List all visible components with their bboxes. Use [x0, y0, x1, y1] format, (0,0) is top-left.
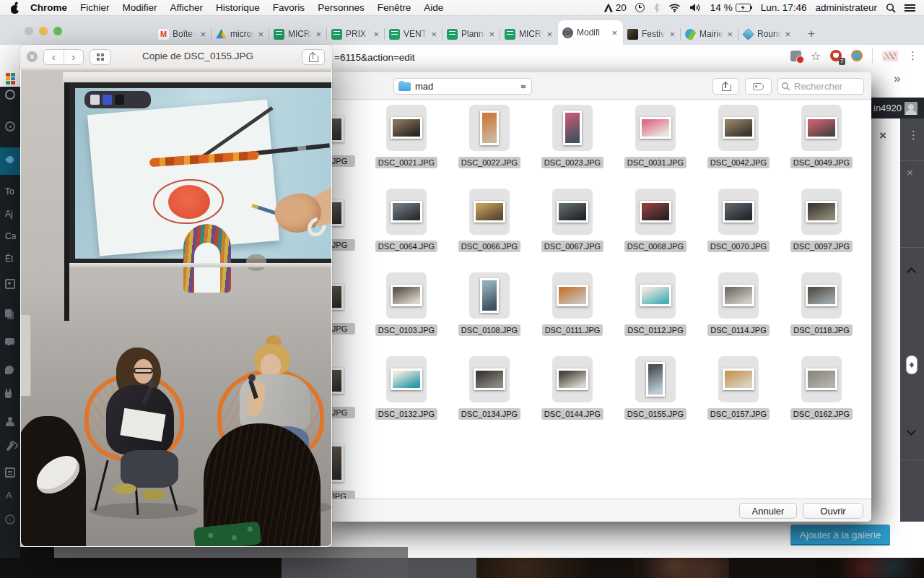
file-DSC_0144.JPG[interactable]: DSC_0144.JPG	[531, 356, 614, 420]
forward-button[interactable]: ›	[64, 50, 84, 64]
app-badge[interactable]: 20	[604, 2, 627, 13]
bluetooth-icon[interactable]	[653, 3, 660, 12]
file-DSC_0049.JPG[interactable]: DSC_0049.JPG	[780, 105, 863, 168]
tab-close-icon[interactable]: ×	[256, 29, 265, 40]
window-zoom-button[interactable]	[53, 27, 62, 35]
adblock-icon[interactable]: 7	[830, 50, 842, 61]
tab-7-sheets[interactable]: MICRO×	[500, 23, 558, 45]
extension-icon[interactable]	[790, 51, 801, 61]
google-apps-icon[interactable]	[6, 73, 17, 85]
window-minimize-button[interactable]	[39, 27, 48, 35]
tab-close-icon[interactable]: ×	[487, 29, 496, 40]
file-DSC_0111.JPG[interactable]: DSC_0111.JPG	[531, 272, 614, 336]
menu-fichier[interactable]: Fichier	[74, 2, 116, 13]
new-tab-button[interactable]: +	[802, 25, 821, 43]
tab-2-drive[interactable]: micros×	[212, 23, 269, 45]
file-DSC_0162.JPG[interactable]: DSC_0162.JPG	[780, 356, 863, 420]
wordpress-logo-icon[interactable]	[5, 90, 15, 100]
tab-6-sheets[interactable]: Planni×	[443, 23, 500, 45]
quicklook-close-button[interactable]: ×	[27, 51, 38, 62]
comments-icon[interactable]	[5, 338, 14, 345]
tab-1-gmail[interactable]: MBoîte d×	[154, 23, 212, 45]
file-DSC_0068.JPG[interactable]: DSC_0068.JPG	[614, 189, 697, 252]
modal-close-icon[interactable]: ×	[879, 129, 886, 143]
tab-close-icon[interactable]: ×	[545, 29, 554, 40]
file-DSC_0097.JPG[interactable]: DSC_0097.JPG	[780, 189, 863, 252]
pages-icon[interactable]	[5, 309, 12, 317]
file-DSC_0022.JPG[interactable]: DSC_0022.JPG	[448, 105, 531, 168]
number-stepper[interactable]	[906, 355, 918, 374]
file-DSC_0134.JPG[interactable]: DSC_0134.JPG	[448, 356, 531, 420]
media-icon[interactable]	[5, 279, 15, 289]
open-button[interactable]: Ouvrir	[803, 503, 863, 519]
avatar[interactable]	[905, 102, 918, 115]
file-DSC_0023.JPG[interactable]: DSC_0023.JPG	[531, 105, 614, 168]
file-DSC_0132.JPG[interactable]: DSC_0132.JPG	[365, 356, 448, 420]
globe-extension-icon[interactable]	[851, 50, 863, 61]
quicklook-share-button[interactable]	[302, 49, 325, 65]
notification-center-icon[interactable]	[905, 4, 915, 12]
file-DSC_0112.JPG[interactable]: DSC_0112.JPG	[614, 272, 697, 336]
window-close-button[interactable]	[25, 27, 33, 35]
wp-submenu-item[interactable]: Ét	[5, 254, 20, 264]
tab-10-mairie[interactable]: Mairie×	[681, 23, 738, 45]
menu-chrome[interactable]: Chrome	[24, 2, 74, 13]
file-DSC_0118.JPG[interactable]: DSC_0118.JPG	[780, 272, 863, 336]
file-DSC_0067.JPG[interactable]: DSC_0067.JPG	[531, 189, 614, 252]
tab-close-icon[interactable]: ×	[372, 29, 380, 40]
wifi-icon[interactable]	[668, 3, 681, 12]
file-DSC_0070.JPG[interactable]: DSC_0070.JPG	[697, 189, 780, 252]
tab-5-sheets[interactable]: VENTE×	[385, 23, 443, 45]
panel-menu-icon[interactable]: ⋮	[908, 129, 919, 142]
file-DSC_0066.JPG[interactable]: DSC_0066.JPG	[448, 189, 531, 252]
sidebar-plugin-letter[interactable]: A	[6, 490, 12, 501]
file-DSC_0108.JPG[interactable]: DSC_0108.JPG	[448, 272, 531, 336]
volume-icon[interactable]	[689, 3, 702, 12]
back-button[interactable]: ‹	[44, 50, 64, 64]
tab-close-icon[interactable]: ×	[314, 29, 323, 40]
menu-afficher[interactable]: Afficher	[164, 2, 210, 13]
menu-personnes[interactable]: Personnes	[311, 2, 371, 13]
file-DSC_0155.JPG[interactable]: DSC_0155.JPG	[614, 356, 697, 420]
wp-submenu-item[interactable]: Ca	[5, 231, 20, 241]
battery-status[interactable]: 14 %	[710, 2, 752, 13]
tab-close-icon[interactable]: ×	[610, 27, 619, 38]
collapse-menu-icon[interactable]: ‹	[5, 514, 15, 525]
menu-favoris[interactable]: Favoris	[266, 2, 311, 13]
tab-11-roundcube[interactable]: Round×	[738, 23, 796, 45]
tab-close-icon[interactable]: ×	[783, 29, 792, 40]
users-icon[interactable]	[8, 417, 12, 421]
add-to-gallery-button[interactable]: Ajouter à la galerie	[790, 525, 890, 545]
pirata-extension-icon[interactable]	[882, 51, 898, 61]
settings-icon[interactable]	[5, 467, 15, 478]
file-DSC_0114.JPG[interactable]: DSC_0114.JPG	[697, 272, 780, 336]
chevron-up-icon[interactable]	[907, 267, 916, 277]
wp-admin-username[interactable]: in4920	[873, 103, 902, 113]
tab-close-icon[interactable]: ×	[668, 29, 676, 40]
menu-bar-clock[interactable]: Lun. 17:46	[761, 2, 807, 13]
bookmarks-overflow-icon[interactable]: »	[894, 72, 900, 86]
omnibox-url[interactable]: =6115&action=edit	[334, 52, 415, 63]
tab-close-icon[interactable]: ×	[430, 29, 438, 40]
menu-historique[interactable]: Historique	[209, 2, 266, 13]
file-DSC_0064.JPG[interactable]: DSC_0064.JPG	[365, 189, 448, 252]
dashboard-icon[interactable]	[5, 121, 15, 131]
apple-menu-icon[interactable]	[10, 2, 19, 14]
tab-close-icon[interactable]: ×	[199, 29, 207, 40]
menu-aide[interactable]: Aide	[417, 2, 450, 13]
tab-4-sheets[interactable]: PRIX V×	[327, 23, 385, 45]
plugins-icon[interactable]	[5, 392, 12, 398]
file-DSC_0157.JPG[interactable]: DSC_0157.JPG	[697, 356, 780, 420]
file-DSC_0031.JPG[interactable]: DSC_0031.JPG	[614, 105, 697, 168]
tab-3-sheets[interactable]: MICRO×	[269, 23, 327, 45]
time-machine-icon[interactable]	[635, 3, 645, 12]
tab-9-festival[interactable]: Festiva×	[623, 23, 681, 45]
file-DSC_0021.JPG[interactable]: DSC_0021.JPG	[365, 105, 448, 168]
browser-menu-icon[interactable]: ⋮	[907, 49, 918, 62]
bookmark-star-icon[interactable]: ☆	[811, 49, 821, 63]
file-DSC_0103.JPG[interactable]: DSC_0103.JPG	[365, 272, 448, 336]
fast-user-switch[interactable]: administrateur	[815, 2, 877, 13]
tab-close-icon[interactable]: ×	[725, 29, 734, 40]
appearance-icon[interactable]	[5, 366, 14, 374]
wp-submenu-item[interactable]: To	[5, 186, 20, 197]
